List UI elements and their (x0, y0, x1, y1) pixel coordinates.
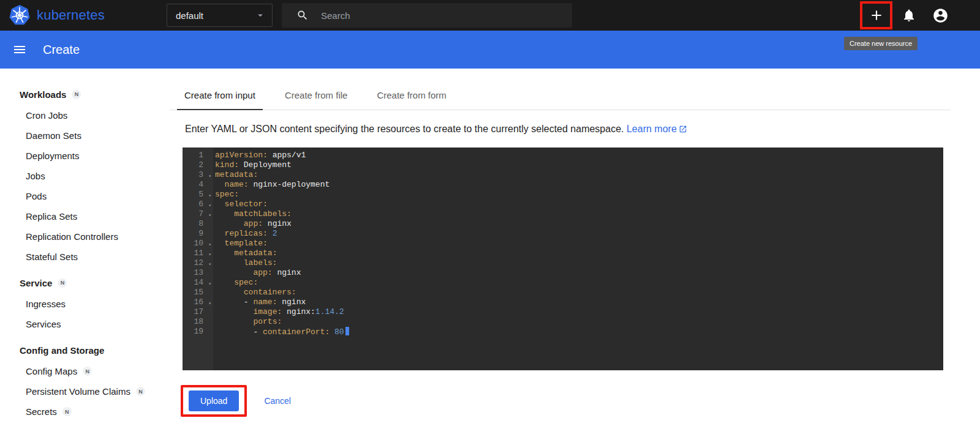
code-token (215, 229, 225, 238)
tab-create-from-form[interactable]: Create from form (362, 80, 461, 110)
code-token: kind: (215, 160, 239, 170)
line-number: 15 (194, 288, 203, 297)
account-button[interactable] (932, 7, 949, 24)
code-token: nginx-deployment (249, 180, 330, 189)
sidebar-section-config-and-storage: Config and StorageConfig MapsNPersistent… (20, 339, 170, 422)
sidebar-item-label: Daemon Sets (26, 130, 81, 141)
sidebar-item-persistent-volume-claims[interactable]: Persistent Volume ClaimsN (20, 381, 170, 402)
code-line: metadata: (215, 170, 943, 180)
chevron-down-icon (255, 10, 266, 21)
sidebar-item-label: Replica Sets (26, 211, 77, 222)
code-line: app: nginx (215, 268, 943, 278)
yaml-editor[interactable]: 123▾45▾6▾7▾8910▾11▾12▾1314▾1516▾171819 a… (183, 148, 943, 370)
gutter-line: 1 (183, 151, 213, 160)
code-line: spec: (215, 190, 943, 200)
code-token: matchLabels: (234, 209, 292, 219)
sidebar-item-jobs[interactable]: Jobs (20, 166, 170, 186)
code-token (215, 278, 234, 287)
sidebar-item-ingresses[interactable]: Ingresses (20, 294, 170, 314)
code-token: 2 (268, 229, 277, 238)
line-number: 3 (198, 170, 203, 179)
code-token (215, 180, 225, 189)
sidebar-item-label: Pods (26, 191, 47, 201)
code-token: Deployment (239, 160, 292, 170)
gutter-line: 19 (183, 327, 213, 337)
account-circle-icon (932, 7, 949, 24)
code-token (215, 219, 244, 228)
sidebar-section-workloads: WorkloadsNCron JobsDaemon SetsDeployment… (20, 83, 170, 267)
code-token (215, 307, 253, 316)
sidebar-item-cron-jobs[interactable]: Cron Jobs (20, 105, 170, 125)
code-token (215, 248, 234, 258)
code-line: replicas: 2 (215, 229, 943, 239)
code-token: spec: (234, 278, 258, 287)
menu-button[interactable] (12, 42, 27, 57)
sidebar-item-label: Config Maps (26, 366, 77, 376)
code-token (215, 258, 244, 267)
code-token (215, 200, 225, 209)
hamburger-icon (12, 42, 27, 57)
code-line: containers: (215, 288, 943, 297)
page-header: Create (0, 31, 980, 69)
annotation-highlight-create (860, 1, 892, 29)
bell-icon (902, 8, 916, 23)
editor-code[interactable]: apiVersion: apps/v1kind: Deploymentmetad… (213, 148, 943, 370)
line-number: 16 (194, 297, 203, 307)
gutter-line: 7▾ (183, 209, 213, 219)
create-new-resource-button[interactable] (869, 7, 884, 23)
namespace-selector[interactable]: default (167, 4, 273, 27)
cancel-button[interactable]: Cancel (264, 396, 291, 406)
learn-more-link[interactable]: Learn more (627, 124, 687, 135)
gutter-line: 6▾ (183, 200, 213, 209)
line-number: 12 (194, 258, 203, 267)
tab-create-from-input[interactable]: Create from input (170, 80, 270, 110)
gutter-line: 8 (183, 219, 213, 229)
sidebar-item-daemon-sets[interactable]: Daemon Sets (20, 125, 170, 146)
code-token (215, 239, 225, 248)
editor-gutter: 123▾45▾6▾7▾8910▾11▾12▾1314▾1516▾171819 (183, 148, 213, 370)
code-token: metadata: (234, 248, 277, 258)
plus-icon (869, 7, 884, 23)
code-token (215, 288, 244, 297)
gutter-line: 10▾ (183, 239, 213, 248)
gutter-line: 12▾ (183, 258, 213, 268)
sidebar-item-label: Cron Jobs (26, 110, 67, 121)
line-number: 4 (198, 180, 203, 189)
code-token: selector: (225, 200, 268, 209)
search-input[interactable] (321, 10, 541, 21)
upload-button[interactable]: Upload (189, 390, 239, 411)
sidebar-item-secrets[interactable]: SecretsN (20, 402, 170, 422)
description-text: Enter YAML or JSON content specifying th… (185, 124, 624, 134)
sidebar-item-replication-controllers[interactable]: Replication Controllers (20, 226, 170, 247)
sidebar-item-stateful-sets[interactable]: Stateful Sets (20, 247, 170, 267)
code-token: nginx (277, 297, 306, 307)
sidebar-item-services[interactable]: Services (20, 314, 170, 334)
gutter-line: 9 (183, 229, 213, 239)
code-line: selector: (215, 200, 943, 209)
sidebar-item-config-maps[interactable]: Config MapsN (20, 361, 170, 381)
sidebar-item-label: Stateful Sets (26, 252, 78, 262)
tabs: Create from inputCreate from fileCreate … (170, 80, 951, 110)
sidebar-section-header: Config and Storage (20, 339, 170, 361)
code-token: apiVersion: (215, 151, 268, 160)
gutter-line: 5▾ (183, 190, 213, 200)
sidebar-section-label: Service (20, 278, 52, 288)
search-bar[interactable] (282, 3, 572, 28)
code-token: metadata: (215, 170, 258, 179)
main-content: Create from inputCreate from fileCreate … (170, 69, 980, 437)
notifications-button[interactable] (901, 7, 917, 23)
code-token: app: (253, 268, 272, 277)
sidebar-item-replica-sets[interactable]: Replica Sets (20, 206, 170, 226)
kubernetes-dashboard: kubernetes default (0, 0, 980, 437)
page-title: Create (43, 43, 80, 57)
code-line: image: nginx:1.14.2 (215, 307, 943, 317)
code-token: apps/v1 (268, 151, 306, 160)
gutter-line: 14▾ (183, 278, 213, 288)
sidebar-item-deployments[interactable]: Deployments (20, 146, 170, 166)
tab-create-from-file[interactable]: Create from file (270, 80, 363, 110)
line-number: 10 (194, 239, 203, 248)
sidebar-item-pods[interactable]: Pods (20, 186, 170, 206)
gutter-line: 2 (183, 160, 213, 170)
brand[interactable]: kubernetes (9, 4, 105, 26)
text-cursor (345, 327, 349, 335)
